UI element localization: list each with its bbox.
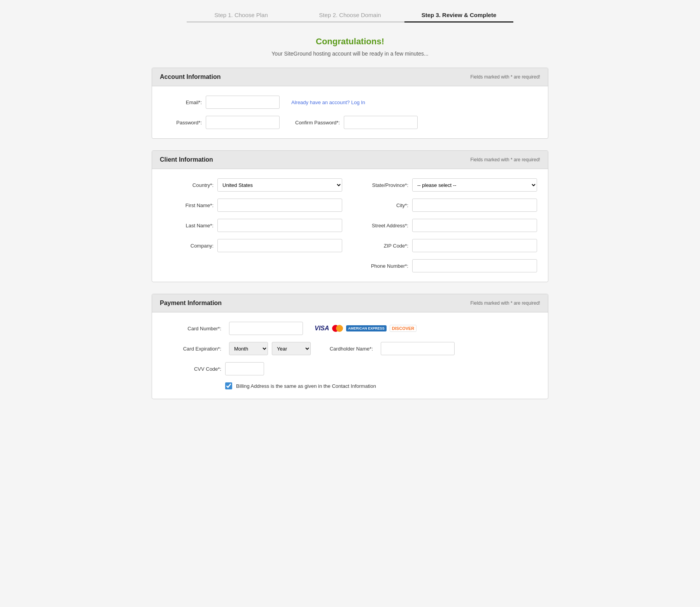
cardholder-field-group (381, 342, 455, 355)
payment-body: Card Number*: VISA AMERICAN EXPRESS DISC… (152, 312, 548, 399)
last-name-input[interactable] (217, 219, 342, 232)
billing-checkbox-label: Billing Address is the same as given in … (236, 383, 376, 389)
payment-title: Payment Information (160, 300, 222, 307)
payment-section: Payment Information Fields marked with *… (152, 294, 548, 399)
email-field-group: Email*: (163, 96, 280, 109)
street-input[interactable] (412, 219, 537, 232)
card-number-field-group (229, 322, 303, 335)
step-1-bar (187, 21, 296, 23)
account-section: Account Information Fields marked with *… (152, 68, 548, 139)
confirm-password-field-group: Confirm Password*: (295, 116, 418, 129)
month-select[interactable]: Month 01020304 05060708 09101112 (229, 342, 268, 355)
street-field-group: Street Address*: (358, 219, 537, 232)
client-header: Client Information Fields marked with * … (152, 151, 548, 169)
cardholder-label: Cardholder Name*: (318, 346, 373, 352)
step-2-bar (296, 21, 404, 23)
billing-checkbox-row: Billing Address is the same as given in … (225, 382, 537, 389)
already-have-account-link[interactable]: Already have an account? Log In (291, 99, 365, 105)
stepper: Step 1. Choose Plan Step 2. Choose Domai… (152, 8, 548, 23)
zip-field-group: ZIP Code*: (358, 239, 537, 252)
city-input[interactable] (412, 199, 537, 212)
last-name-label: Last Name*: (163, 223, 214, 228)
congrats-title: Congratulations! (152, 37, 548, 47)
country-label: Country*: (163, 182, 214, 188)
cvv-label: CVV Code*: (163, 366, 221, 372)
first-name-field-group: First Name*: (163, 199, 342, 212)
client-title: Client Information (160, 156, 213, 163)
step-3-bar (404, 21, 513, 23)
phone-input[interactable] (412, 259, 537, 272)
mc-orange-circle (336, 325, 343, 332)
card-number-row: Card Number*: VISA AMERICAN EXPRESS DISC… (163, 322, 537, 335)
step-2[interactable]: Step 2. Choose Domain (296, 12, 404, 23)
card-number-label: Card Number*: (163, 326, 221, 331)
company-field-group: Company: (163, 239, 342, 252)
company-label: Company: (163, 243, 214, 249)
phone-label: Phone Number*: (358, 263, 408, 269)
congrats-section: Congratulations! Your SiteGround hosting… (152, 37, 548, 57)
state-select[interactable]: -- please select -- (412, 178, 537, 192)
account-password-row: Password*: Confirm Password*: (163, 116, 537, 129)
country-field-group: Country*: United States Canada United Ki… (163, 178, 342, 192)
zip-label: ZIP Code*: (358, 243, 408, 249)
city-field-group: City*: (358, 199, 537, 212)
step-3-label: Step 3. Review & Complete (422, 12, 497, 21)
account-header: Account Information Fields marked with *… (152, 68, 548, 86)
step-1-label: Step 1. Choose Plan (214, 12, 268, 21)
client-section: Client Information Fields marked with * … (152, 150, 548, 282)
account-required-note: Fields marked with * are required! (471, 74, 540, 80)
cvv-input[interactable] (225, 362, 264, 375)
company-input[interactable] (217, 239, 342, 252)
expiry-selects: Month 01020304 05060708 09101112 Year 20… (229, 342, 311, 355)
card-logos: VISA AMERICAN EXPRESS DISCOVER (315, 325, 416, 332)
first-name-input[interactable] (217, 199, 342, 212)
password-field-group: Password*: (163, 116, 280, 129)
year-select[interactable]: Year 202420252026 2027202820292030 (272, 342, 311, 355)
card-expiration-row: Card Expiration*: Month 01020304 0506070… (163, 342, 537, 355)
account-email-row: Email*: Already have an account? Log In (163, 96, 537, 109)
confirm-password-input[interactable] (344, 116, 418, 129)
cardholder-input[interactable] (381, 342, 455, 355)
email-input[interactable] (206, 96, 280, 109)
congrats-subtitle: Your SiteGround hosting account will be … (152, 51, 548, 57)
payment-header: Payment Information Fields marked with *… (152, 294, 548, 312)
account-body: Email*: Already have an account? Log In … (152, 86, 548, 138)
payment-required-note: Fields marked with * are required! (471, 300, 540, 306)
street-label: Street Address*: (358, 223, 408, 228)
confirm-password-label: Confirm Password*: (295, 120, 340, 126)
first-name-label: First Name*: (163, 202, 214, 208)
visa-logo: VISA (315, 325, 329, 332)
account-title: Account Information (160, 73, 220, 80)
zip-input[interactable] (412, 239, 537, 252)
amex-logo: AMERICAN EXPRESS (346, 325, 387, 331)
password-label: Password*: (163, 120, 202, 126)
card-expiration-label: Card Expiration*: (163, 346, 221, 352)
step-3[interactable]: Step 3. Review & Complete (404, 12, 513, 23)
discover-logo: DISCOVER (390, 325, 416, 332)
email-label: Email*: (163, 99, 202, 105)
country-select[interactable]: United States Canada United Kingdom Aust… (217, 178, 342, 192)
last-name-field-group: Last Name*: (163, 219, 342, 232)
step-2-label: Step 2. Choose Domain (319, 12, 381, 21)
phone-field-group: Phone Number*: (358, 259, 537, 272)
city-label: City*: (358, 202, 408, 208)
mastercard-logo (332, 325, 343, 332)
state-field-group: State/Province*: -- please select -- (358, 178, 537, 192)
billing-same-checkbox[interactable] (225, 382, 232, 389)
password-input[interactable] (206, 116, 280, 129)
state-label: State/Province*: (358, 182, 408, 188)
step-1[interactable]: Step 1. Choose Plan (187, 12, 296, 23)
cvv-row: CVV Code*: (163, 362, 537, 375)
client-grid: Country*: United States Canada United Ki… (163, 178, 537, 272)
client-body: Country*: United States Canada United Ki… (152, 169, 548, 282)
card-number-input[interactable] (229, 322, 303, 335)
client-required-note: Fields marked with * are required! (471, 157, 540, 162)
